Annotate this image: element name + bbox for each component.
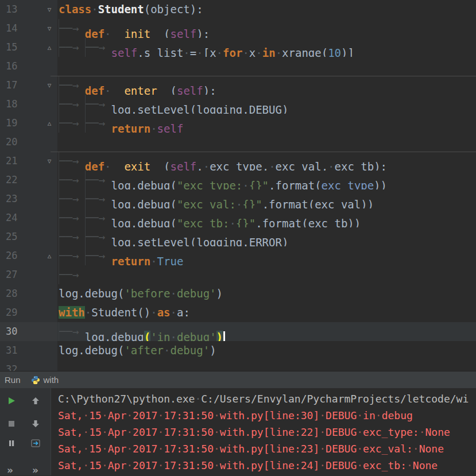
restore-layout-button[interactable] xyxy=(30,438,41,449)
whitespace-dot: · xyxy=(157,409,164,421)
code-token: ): xyxy=(196,28,210,38)
code-line-23[interactable]: 23──→──→log.debug("exc_val:·{}".format(e… xyxy=(0,189,476,208)
fold-down-icon[interactable]: ▿ xyxy=(45,76,54,95)
code-token: · xyxy=(196,47,203,57)
console-token: None xyxy=(413,459,438,471)
line-number[interactable]: 25 xyxy=(6,227,17,246)
line-number[interactable]: 26 xyxy=(6,246,17,265)
gutter[interactable]: 16 xyxy=(0,57,57,76)
line-number[interactable]: 15 xyxy=(6,38,17,57)
gutter[interactable]: 20 xyxy=(0,133,57,152)
code-line-14[interactable]: 14▿──→def·__init__(self): xyxy=(0,19,476,38)
code-line-32[interactable]: 32 xyxy=(0,360,476,371)
stop-button[interactable] xyxy=(6,418,17,429)
code-token: return xyxy=(111,122,151,133)
gutter[interactable]: 23 xyxy=(0,189,57,208)
fold-down-icon[interactable]: ▿ xyxy=(45,19,54,38)
gutter[interactable]: 31 xyxy=(0,341,57,360)
gutter[interactable]: 29 xyxy=(0,303,57,322)
gutter[interactable]: 13▿ xyxy=(0,0,57,19)
line-number[interactable]: 16 xyxy=(6,57,17,76)
run-console[interactable]: C:\Python27\python.exe·C:/Users/Envylan/… xyxy=(51,388,476,475)
console-token: DEBUG xyxy=(326,426,357,438)
console-token: DEBUG xyxy=(326,443,357,455)
gutter[interactable]: 28 xyxy=(0,284,57,303)
gutter[interactable]: 24 xyxy=(0,208,57,227)
line-number[interactable]: 31 xyxy=(6,341,17,360)
tab-whitespace: ──→ xyxy=(59,171,85,189)
code-line-18[interactable]: 18──→──→log.setLevel(logging.DEBUG) xyxy=(0,95,476,114)
code-token: True xyxy=(157,255,184,265)
whitespace-dot: · xyxy=(407,459,413,471)
code-line-19[interactable]: 19▵──→──→return·self xyxy=(0,114,476,133)
line-number[interactable]: 24 xyxy=(6,208,17,227)
gutter[interactable]: 25 xyxy=(0,227,57,246)
gutter[interactable]: 22 xyxy=(0,171,57,189)
code-token: · xyxy=(242,179,249,189)
rerun-button[interactable] xyxy=(6,395,17,407)
hidden-toolbar-expander-left[interactable]: » xyxy=(7,465,13,475)
line-number[interactable]: 32 xyxy=(6,360,17,371)
run-tab-with[interactable]: with xyxy=(31,375,59,385)
fold-up-icon[interactable]: ▵ xyxy=(45,114,54,133)
line-number[interactable]: 14 xyxy=(6,19,17,38)
whitespace-dot: · xyxy=(214,409,220,421)
line-number[interactable]: 29 xyxy=(6,303,17,322)
line-number[interactable]: 20 xyxy=(6,133,17,152)
line-number[interactable]: 23 xyxy=(6,189,17,208)
console-token: 2017 xyxy=(133,443,157,455)
code-line-21[interactable]: 21▿──→def·__exit__(self,·exc_type,·exc_v… xyxy=(0,152,476,171)
line-number[interactable]: 30 xyxy=(6,322,17,341)
line-number[interactable]: 21 xyxy=(6,152,17,171)
line-number[interactable]: 18 xyxy=(6,95,17,114)
gutter[interactable]: 18 xyxy=(0,95,57,114)
code-line-20[interactable]: 20 xyxy=(0,133,476,152)
gutter[interactable]: 15▵ xyxy=(0,38,57,57)
line-number[interactable]: 13 xyxy=(6,0,17,19)
code-line-13[interactable]: 13▿class·Student(object): xyxy=(0,0,476,19)
code-line-25[interactable]: 25──→──→log.setLevel(logging.ERROR) xyxy=(0,227,476,246)
gutter[interactable]: 14▿ xyxy=(0,19,57,38)
code-text: ──→log.debug('in·debug') xyxy=(57,322,476,341)
code-line-28[interactable]: 28log.debug('before·debug') xyxy=(0,284,476,303)
code-token: exc_type, xyxy=(210,160,269,171)
gutter[interactable]: 32 xyxy=(0,360,57,371)
down-arrow-button[interactable] xyxy=(30,418,41,429)
code-line-17[interactable]: 17▿──→def·__enter__(self): xyxy=(0,76,476,95)
console-token: None xyxy=(425,426,450,438)
code-line-29[interactable]: 29with·Student()·as·a: xyxy=(0,303,476,322)
code-line-26[interactable]: 26▵──→──→return·True xyxy=(0,246,476,265)
line-number[interactable]: 27 xyxy=(6,265,17,284)
code-line-22[interactable]: 22──→──→log.debug("exc_type:·{}".format(… xyxy=(0,171,476,189)
code-line-24[interactable]: 24──→──→log.debug("exc_tb:·{}".format(ex… xyxy=(0,208,476,227)
line-number[interactable]: 22 xyxy=(6,171,17,189)
gutter[interactable]: 19▵ xyxy=(0,114,57,133)
code-text: ──→def·__enter__(self): xyxy=(57,76,476,95)
gutter[interactable]: 21▿ xyxy=(0,152,57,171)
console-token: Sat, xyxy=(58,459,83,471)
fold-spacer xyxy=(45,227,54,246)
code-line-16[interactable]: 16 xyxy=(0,57,476,76)
line-number[interactable]: 19 xyxy=(6,114,17,133)
console-token: in xyxy=(363,409,376,421)
gutter[interactable]: 26▵ xyxy=(0,246,57,265)
up-arrow-button[interactable] xyxy=(30,395,41,407)
code-line-31[interactable]: 31log.debug('after·debug') xyxy=(0,341,476,360)
gutter[interactable]: 27 xyxy=(0,265,57,284)
whitespace-dot: · xyxy=(413,443,419,455)
fold-down-icon[interactable]: ▿ xyxy=(45,152,54,171)
hidden-toolbar-expander-right[interactable]: » xyxy=(32,465,38,475)
fold-up-icon[interactable]: ▵ xyxy=(45,38,54,57)
line-number[interactable]: 28 xyxy=(6,284,17,303)
line-number[interactable]: 17 xyxy=(6,76,17,95)
code-line-30[interactable]: 30──→log.debug('in·debug') xyxy=(0,322,476,341)
code-editor[interactable]: 13▿class·Student(object):14▿──→def·__ini… xyxy=(0,0,476,371)
gutter[interactable]: 17▿ xyxy=(0,76,57,95)
pause-output-button[interactable] xyxy=(6,438,17,449)
code-line-15[interactable]: 15▵──→──→self.s_list·=·[x·for·x·in·xrang… xyxy=(0,38,476,57)
fold-down-icon[interactable]: ▿ xyxy=(45,0,54,19)
gutter[interactable]: 30 xyxy=(0,322,57,341)
console-token: Sat, xyxy=(58,426,83,438)
code-line-27[interactable]: 27──→ xyxy=(0,265,476,284)
fold-up-icon[interactable]: ▵ xyxy=(45,246,54,265)
